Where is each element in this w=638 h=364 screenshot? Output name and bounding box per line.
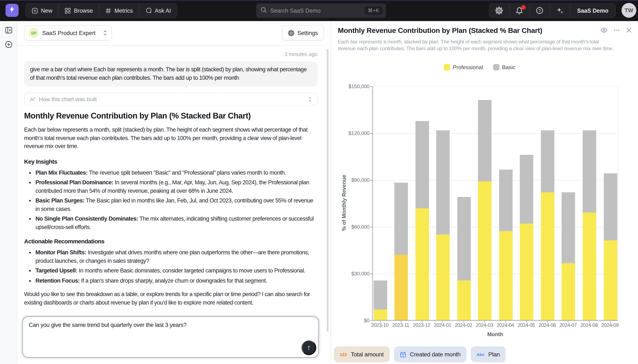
agent-name: SaaS Product Expert — [42, 30, 100, 36]
x-axis-name: Month — [372, 332, 618, 338]
legend-item-basic[interactable]: Basic — [493, 64, 516, 70]
search-input[interactable]: Search SaaS Demo ⌘+K — [256, 3, 386, 18]
gridline — [373, 133, 618, 134]
left-rail — [0, 21, 17, 364]
top-accent-strip — [0, 0, 638, 1]
bar-basic-2024-01[interactable] — [436, 130, 450, 234]
bar-professional-2023-12[interactable] — [415, 208, 429, 320]
lightning-bolt-icon — [8, 6, 16, 15]
bar-professional-2024-04[interactable] — [499, 231, 513, 320]
bar-professional-2024-07[interactable] — [562, 263, 575, 320]
settings-label: Settings — [297, 30, 318, 36]
sparkles-icon — [556, 7, 564, 14]
list-item: Retention Focus: If a plan’s share drops… — [36, 276, 317, 285]
insights-heading: Key Insights — [24, 158, 317, 165]
sidebar-toggle-icon[interactable] — [4, 26, 13, 36]
help-icon: ? — [536, 7, 543, 14]
message-input[interactable]: Can you give the same trend but quarterl… — [22, 316, 319, 358]
bar-basic-2023-11[interactable] — [394, 183, 408, 254]
user-avatar[interactable]: TW — [621, 3, 636, 18]
how-built-label: How this chart was built — [39, 96, 97, 102]
nav-item-metrics[interactable]: Metrics — [99, 4, 139, 17]
bar-basic-2024-02[interactable] — [457, 197, 471, 280]
legend-item-professional[interactable]: Professional — [444, 64, 483, 70]
y-tick — [370, 86, 372, 87]
chevron-up-down-icon — [308, 96, 312, 102]
list-item: No Single Plan Consistently Dominates: T… — [36, 215, 317, 231]
chat-star-icon — [145, 7, 152, 14]
field-badge-total-amount[interactable]: 123Total amount — [334, 346, 390, 362]
gear-icon — [288, 30, 294, 36]
bar-basic-2024-04[interactable] — [499, 170, 513, 231]
gridline — [373, 180, 618, 180]
nav-item-ask-ai[interactable]: Ask AI — [139, 4, 177, 17]
nav-item-browse[interactable]: Browse — [59, 4, 99, 17]
bar-basic-2024-08[interactable] — [583, 130, 596, 212]
chat-header: SP SaaS Product Expert Settings — [17, 21, 331, 46]
main-nav: NewBrowseMetricsAsk AI — [25, 3, 177, 18]
badge-label: Created date month — [410, 351, 460, 358]
x-tick-label: 2024-09 — [598, 322, 622, 328]
notifications-button[interactable] — [509, 4, 530, 17]
bar-basic-2024-06[interactable] — [541, 130, 554, 192]
chart-panel: Monthly Revenue Contribution by Plan (St… — [331, 21, 638, 364]
chart-description: Each bar represents a month, stacked by … — [338, 39, 614, 52]
ai-sparkles-button[interactable] — [550, 4, 570, 17]
recommendations-list: Monitor Plan Shifts: Investigate what dr… — [24, 248, 317, 285]
nav-item-label: Metrics — [114, 8, 133, 14]
bar-professional-2023-11[interactable] — [394, 254, 408, 320]
send-button[interactable]: ↑ — [301, 340, 316, 355]
bar-professional-2023-10[interactable] — [374, 310, 387, 320]
bar-professional-2024-09[interactable] — [603, 241, 617, 320]
how-chart-built-toggle[interactable]: How this chart was built — [24, 93, 317, 106]
x-tick-label: 2023-12 — [410, 322, 433, 328]
bar-basic-2024-03[interactable] — [478, 100, 492, 181]
bar-professional-2024-01[interactable] — [436, 234, 450, 320]
bar-basic-2023-10[interactable] — [374, 280, 387, 310]
x-tick-label: 2024-07 — [556, 322, 580, 328]
search-placeholder: Search SaaS Demo — [270, 8, 361, 14]
nav-item-new[interactable]: New — [26, 4, 59, 17]
bar-basic-2023-12[interactable] — [415, 121, 429, 208]
close-button[interactable] — [625, 26, 632, 34]
svg-text:?: ? — [539, 8, 541, 13]
bar-basic-2024-07[interactable] — [562, 192, 575, 263]
chart-legend: ProfessionalBasic — [331, 64, 628, 70]
y-axis-name: % of Monthly Revenue — [341, 161, 347, 245]
bar-professional-2024-03[interactable] — [478, 181, 492, 320]
x-tick-label: 2023-10 — [368, 322, 392, 328]
notification-dot — [521, 5, 525, 10]
app: NewBrowseMetricsAsk AI Search SaaS Demo … — [0, 0, 638, 364]
bar-professional-2024-08[interactable] — [583, 212, 596, 320]
chat-scrollbar[interactable] — [327, 49, 329, 332]
field-badges: 123Total amount1Created date monthAbcPla… — [334, 346, 506, 362]
list-item: Plan Mix Fluctuates: The revenue split b… — [36, 168, 317, 177]
bar-professional-2024-02[interactable] — [457, 280, 471, 320]
more-options-button[interactable] — [613, 26, 620, 34]
help-button[interactable]: ? — [530, 4, 550, 17]
number-field-icon: 123 — [340, 352, 347, 356]
bar-professional-2024-05[interactable] — [520, 223, 533, 320]
gear-icon — [495, 7, 503, 14]
new-chat-icon[interactable] — [4, 40, 13, 50]
field-badge-plan[interactable]: AbcPlan — [471, 346, 506, 362]
bar-basic-2024-05[interactable] — [520, 155, 533, 224]
field-badge-created-date-month[interactable]: 1Created date month — [394, 346, 466, 362]
preview-eye-button[interactable] — [600, 26, 607, 34]
chat-settings-button[interactable]: Settings — [282, 25, 324, 40]
app-logo[interactable] — [6, 4, 19, 17]
bar-basic-2024-09[interactable] — [603, 173, 617, 240]
list-item: Targeted Upsell: In months where Basic d… — [36, 266, 317, 275]
agent-select[interactable]: SP SaaS Product Expert — [24, 25, 112, 40]
gridline — [373, 227, 618, 227]
bar-professional-2024-06[interactable] — [541, 192, 554, 320]
legend-swatch — [493, 64, 499, 70]
y-tick-label: $60,000 — [334, 224, 370, 230]
settings-nav-button[interactable] — [489, 4, 509, 17]
grid-icon — [65, 8, 71, 14]
response-title: Monthly Revenue Contribution by Plan (% … — [24, 111, 317, 121]
recommendations-heading: Actionable Recommendations — [24, 238, 317, 245]
response-intro: Each bar below represents a month, split… — [24, 126, 317, 150]
workspace-name[interactable]: SaaS Demo — [570, 4, 615, 17]
x-tick-label: 2024-04 — [494, 322, 517, 328]
